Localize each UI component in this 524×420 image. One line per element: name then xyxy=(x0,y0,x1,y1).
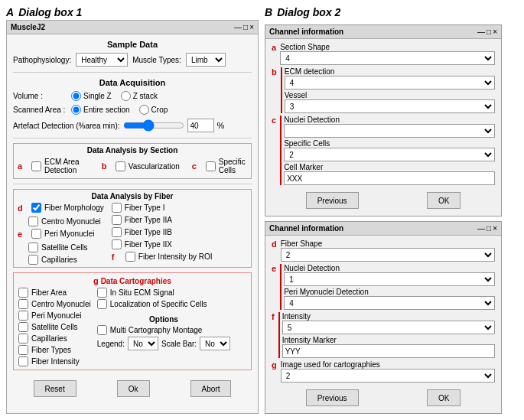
carto-centro[interactable]: Centro Myonuclei xyxy=(18,299,91,309)
fiber-type-iib-checkbox[interactable] xyxy=(112,227,122,237)
channel1-previous-btn[interactable]: Previous xyxy=(306,192,359,209)
options-section: Options Multi Cartography Montage Legend… xyxy=(97,315,230,350)
specific-cells-checkbox-label[interactable]: Specific Cells xyxy=(206,158,247,174)
fiber-type-i-checkbox[interactable] xyxy=(112,203,122,213)
channel1-btn-row: Previous OK xyxy=(272,189,495,212)
channel1-ok-btn[interactable]: OK xyxy=(427,192,461,209)
channel2-ok-btn[interactable]: OK xyxy=(427,389,461,406)
vessel-select[interactable]: 3 xyxy=(285,99,495,113)
nuclei-detection-select1[interactable] xyxy=(284,124,495,138)
window-title-main: MuscleJ2 xyxy=(11,23,45,31)
close-icon[interactable]: × xyxy=(249,23,254,31)
crop-radio[interactable] xyxy=(139,105,149,115)
channel1-maximize[interactable]: □ xyxy=(487,28,491,36)
artefact-slider[interactable] xyxy=(123,120,184,131)
pathophysiology-row: Pathophysiology: Healthy Diseased Muscle… xyxy=(13,53,252,67)
z-stack-radio[interactable] xyxy=(121,91,131,101)
analysis-section-row: a ECM Area Detection b Vascularization c… xyxy=(18,158,247,174)
pathophysiology-select[interactable]: Healthy Diseased xyxy=(76,53,128,67)
data-analysis-fiber-box: Data Analysis by Fiber d Fiber Morpholog… xyxy=(13,189,252,268)
ecm-detection-label: ECM detection xyxy=(285,67,495,76)
section-shape-select[interactable]: 4 xyxy=(280,51,495,65)
section-label-a: A xyxy=(6,6,14,18)
carto-peri[interactable]: Peri Myonuclei xyxy=(18,311,91,321)
fiber-morphology-label[interactable]: Fiber Morphology xyxy=(31,203,104,213)
channel1-minimize[interactable]: — xyxy=(477,28,485,36)
fiber-type-i-label[interactable]: Fiber Type I xyxy=(112,203,213,213)
ecm-detection-select[interactable]: 4 xyxy=(285,76,495,90)
fiber-type-iib-label[interactable]: Fiber Type IIB xyxy=(112,227,213,237)
scale-bar-select[interactable]: No Yes xyxy=(200,337,230,350)
annot-g-left: g xyxy=(93,276,99,285)
channel1-close[interactable]: × xyxy=(493,28,497,36)
entire-section-label: Entire section xyxy=(83,106,130,114)
ok-button-main[interactable]: Ok xyxy=(117,380,150,397)
fiber-type-iia-label[interactable]: Fiber Type IIA xyxy=(112,215,213,225)
cell-marker-input[interactable] xyxy=(284,171,495,185)
muscle-types-select[interactable]: Limb Other xyxy=(186,53,226,67)
capillaries-label[interactable]: Capillaries xyxy=(28,255,104,265)
ecm-area-checkbox-label[interactable]: ECM Area Detection xyxy=(31,158,90,174)
centro-myonuclei-label[interactable]: Centro Myonuclei xyxy=(28,217,104,226)
main-titlebar: MuscleJ2 — □ × xyxy=(7,21,258,34)
ecm-area-checkbox[interactable] xyxy=(31,161,41,171)
specific-cells-label-left: Specific Cells xyxy=(219,158,247,174)
carto-fiber-area[interactable]: Fiber Area xyxy=(18,288,91,298)
image-carto-select[interactable]: 2 xyxy=(281,369,495,383)
channel2-btn-row: Previous OK xyxy=(272,386,495,409)
carto-left-col: Fiber Area Centro Myonuclei Peri Myonucl… xyxy=(18,288,91,366)
carto-ecm-signal[interactable]: In Situ ECM Signal xyxy=(97,288,230,298)
intensity-marker-input[interactable] xyxy=(282,344,495,358)
channel2-minimize[interactable]: — xyxy=(477,224,485,233)
reset-button[interactable]: Reset xyxy=(34,380,76,397)
minimize-icon[interactable]: — xyxy=(234,23,242,31)
carto-fiber-intensity[interactable]: Fiber Intensity xyxy=(18,357,91,366)
entire-section-radio[interactable] xyxy=(71,105,81,115)
multi-carto-label[interactable]: Multi Cartography Montage xyxy=(97,325,230,335)
peri-myonuclei-label2: Peri Myonuclei Detection xyxy=(284,288,495,296)
maximize-icon[interactable]: □ xyxy=(243,23,248,31)
carto-fiber-types[interactable]: Fiber Types xyxy=(18,345,91,355)
channel1-a-fields: Section Shape 4 xyxy=(280,43,495,65)
channel2-maximize[interactable]: □ xyxy=(487,224,491,233)
legend-row: Legend: No Yes Scale Bar: No Yes xyxy=(97,337,230,350)
peri-myonuclei-checkbox[interactable] xyxy=(31,229,41,239)
single-z-radio[interactable] xyxy=(71,91,81,101)
channel2-previous-btn[interactable]: Previous xyxy=(306,389,359,406)
multi-carto-checkbox[interactable] xyxy=(97,325,107,335)
fiber-morphology-checkbox[interactable] xyxy=(31,203,41,213)
legend-select[interactable]: No Yes xyxy=(128,337,158,350)
entire-section-option[interactable]: Entire section xyxy=(71,105,130,115)
channel2-close[interactable]: × xyxy=(493,224,497,233)
carto-localization[interactable]: Localization of Specific Cells xyxy=(97,299,230,309)
fiber-intensity-label[interactable]: Fiber Intensity by ROI xyxy=(125,252,213,262)
specific-cells-select1[interactable]: 2 xyxy=(284,148,495,161)
carto-satellite[interactable]: Satellite Cells xyxy=(18,322,91,332)
artefact-input[interactable] xyxy=(187,119,214,132)
nuclei-detection-select2[interactable]: 1 xyxy=(284,272,495,286)
vascularization-checkbox-label[interactable]: Vascularization xyxy=(116,161,180,171)
crop-option[interactable]: Crop xyxy=(139,105,168,115)
fiber-type-iix-checkbox[interactable] xyxy=(112,239,122,249)
centro-myonuclei-checkbox[interactable] xyxy=(28,217,38,226)
specific-cells-checkbox[interactable] xyxy=(206,161,216,171)
vascularization-checkbox[interactable] xyxy=(116,161,125,171)
fiber-type-iix-label[interactable]: Fiber Type IIX xyxy=(112,239,213,249)
fiber-type-iia-checkbox[interactable] xyxy=(112,215,122,225)
abort-button[interactable]: Abort xyxy=(190,380,232,397)
capillaries-checkbox[interactable] xyxy=(28,255,38,265)
satellite-cells-label[interactable]: Satellite Cells xyxy=(28,243,104,252)
z-stack-option[interactable]: Z stack xyxy=(121,91,158,101)
peri-myonuclei-label[interactable]: Peri Myonuclei xyxy=(31,229,95,239)
carto-capillaries[interactable]: Capillaries xyxy=(18,334,91,343)
carto-inner: Fiber Area Centro Myonuclei Peri Myonucl… xyxy=(18,288,246,366)
satellite-cells-checkbox[interactable] xyxy=(28,243,38,252)
annot-d-right: d xyxy=(272,239,277,249)
data-analysis-fiber-header: Data Analysis by Fiber xyxy=(18,192,247,200)
channel1-titlebar: Channel information — □ × xyxy=(265,25,501,39)
peri-myonuclei-select2[interactable]: 4 xyxy=(284,296,495,310)
single-z-option[interactable]: Single Z xyxy=(71,91,112,101)
fiber-intensity-checkbox[interactable] xyxy=(125,252,135,262)
intensity-select[interactable]: 5 xyxy=(282,321,495,334)
fiber-shape-select[interactable]: 2 xyxy=(281,248,495,262)
